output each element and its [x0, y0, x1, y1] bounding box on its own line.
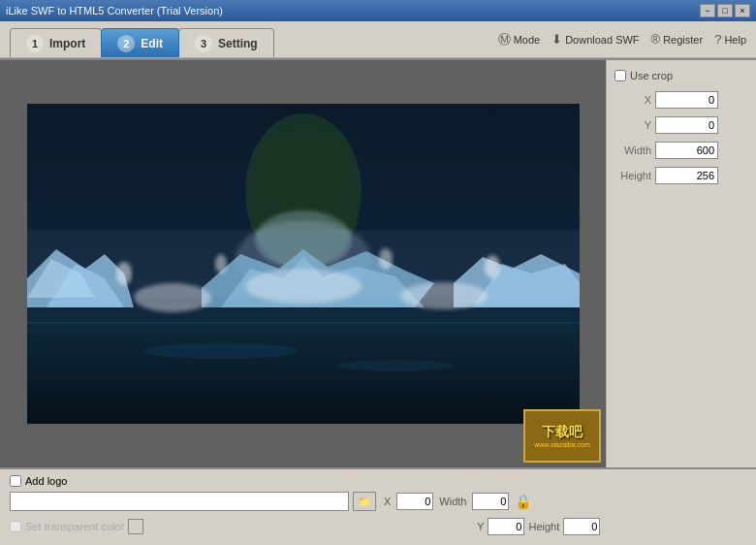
width-input[interactable]	[655, 142, 718, 159]
scene-svg	[27, 104, 580, 424]
download-icon: ⬇	[551, 32, 562, 47]
browse-button[interactable]: 📁	[353, 492, 376, 511]
color-swatch[interactable]	[128, 519, 143, 534]
tab-edit[interactable]: 2 Edit	[101, 28, 179, 57]
toolbar-right: Ⓜ Mode ⬇ Download SWF ® Register ? Help	[498, 31, 746, 48]
mode-icon: Ⓜ	[498, 31, 511, 48]
width-label: Width	[614, 144, 651, 156]
add-logo-row: Add logo	[10, 475, 746, 487]
tab-import-num: 1	[26, 35, 44, 52]
main-window: 1 Import 2 Edit 3 Setting Ⓜ Mode ⬇ Downl…	[0, 21, 756, 545]
svg-point-21	[143, 343, 299, 359]
lock-icon: 🔒	[515, 494, 531, 509]
logo-height-input[interactable]	[563, 518, 600, 535]
width-coord-label: Width	[439, 496, 466, 507]
logo-path-row: 📁 X Width 🔒	[10, 492, 746, 511]
window-title: iLike SWF to HTML5 Converter (Trial Vers…	[6, 5, 700, 16]
mode-label: Mode	[514, 34, 541, 46]
use-crop-label: Use crop	[630, 70, 673, 81]
svg-rect-23	[27, 230, 580, 298]
height-label: Height	[614, 170, 651, 181]
right-panel: Use crop X Y Width Height	[606, 60, 756, 467]
logo-x-input[interactable]	[396, 493, 433, 510]
maximize-button[interactable]: □	[717, 4, 733, 17]
height-coord-label: Height	[528, 521, 559, 532]
transparent-checkbox[interactable]	[10, 521, 21, 532]
register-button[interactable]: ® Register	[651, 32, 704, 47]
x-coord-label: X	[384, 496, 391, 507]
logo-width-input[interactable]	[472, 493, 509, 510]
tab-setting[interactable]: 3 Setting	[178, 28, 274, 57]
add-logo-checkbox[interactable]	[10, 475, 21, 487]
watermark: 下载吧 www.xiazaiba.com	[523, 409, 601, 463]
minimize-button[interactable]: −	[700, 4, 715, 17]
add-logo-label: Add logo	[25, 475, 67, 487]
y-input[interactable]	[655, 116, 718, 134]
browse-icon: 📁	[358, 496, 371, 508]
logo-path-input[interactable]	[10, 492, 349, 511]
download-swf-button[interactable]: ⬇ Download SWF	[551, 32, 639, 47]
download-label: Download SWF	[565, 34, 639, 46]
tab-edit-label: Edit	[141, 37, 163, 50]
x-field-row: X	[614, 91, 748, 109]
tab-import-label: Import	[49, 37, 85, 50]
register-icon: ®	[651, 32, 661, 47]
tab-setting-num: 3	[195, 35, 212, 52]
svg-point-22	[337, 360, 454, 371]
preview-canvas	[27, 104, 580, 424]
height-field-row: Height	[614, 167, 748, 184]
preview-area: 下载吧 www.xiazaiba.com	[0, 60, 606, 467]
logo-y-input[interactable]	[488, 518, 524, 535]
use-crop-row: Use crop	[614, 70, 748, 81]
svg-rect-5	[27, 317, 580, 424]
y-label: Y	[614, 119, 651, 131]
tab-setting-label: Setting	[218, 37, 258, 50]
content-area: 下载吧 www.xiazaiba.com Use crop X Y Width	[0, 58, 756, 467]
bottom-area: Add logo 📁 X Width 🔒 Set transparent col…	[0, 467, 756, 545]
title-bar: iLike SWF to HTML5 Converter (Trial Vers…	[0, 0, 756, 21]
y-coord-label: Y	[477, 521, 484, 532]
logo-coords-row: X Width 🔒	[384, 493, 531, 510]
help-icon: ?	[714, 32, 721, 47]
use-crop-checkbox[interactable]	[614, 70, 626, 81]
x-input[interactable]	[655, 91, 718, 109]
y-field-row: Y	[614, 116, 748, 134]
tab-edit-num: 2	[117, 35, 135, 52]
tab-import[interactable]: 1 Import	[10, 28, 102, 57]
transparent-row: Set transparent color Y Height	[10, 518, 746, 535]
tabs-area: 1 Import 2 Edit 3 Setting	[10, 21, 273, 57]
window-controls: − □ ×	[700, 4, 750, 17]
width-field-row: Width	[614, 142, 748, 159]
close-button[interactable]: ×	[735, 4, 750, 17]
toolbar: 1 Import 2 Edit 3 Setting Ⓜ Mode ⬇ Downl…	[0, 21, 756, 58]
svg-rect-20	[27, 322, 580, 324]
help-label: Help	[724, 34, 746, 46]
watermark-text2: www.xiazaiba.com	[534, 441, 590, 448]
register-label: Register	[663, 34, 703, 46]
x-label: X	[614, 94, 651, 106]
help-button[interactable]: ? Help	[714, 32, 746, 47]
transparent-label: Set transparent color	[25, 521, 124, 532]
height-input[interactable]	[655, 167, 718, 184]
watermark-text1: 下载吧	[542, 424, 583, 441]
mode-button[interactable]: Ⓜ Mode	[498, 31, 541, 48]
